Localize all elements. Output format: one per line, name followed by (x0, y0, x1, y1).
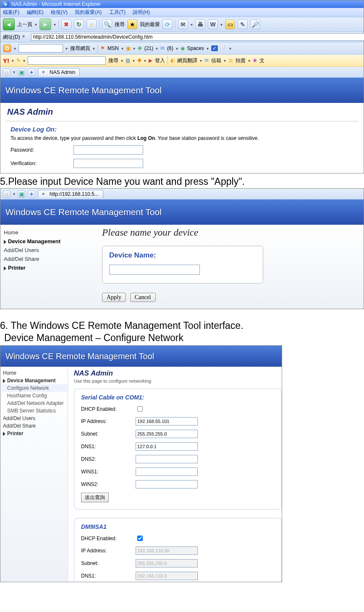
subnet-input[interactable] (136, 430, 198, 438)
ip-input[interactable] (136, 417, 198, 426)
sidebar-item-configure-network[interactable]: Configure Network (1, 384, 68, 392)
translate-label[interactable]: 網頁翻譯 (177, 57, 197, 64)
word-icon[interactable]: W (208, 19, 218, 29)
square-icon[interactable]: ▣ (18, 68, 25, 76)
folder-icon[interactable]: ▭ (225, 19, 235, 29)
pen-dd[interactable]: ▾ (23, 58, 25, 63)
yahoo-search-label[interactable]: 搜尋 (108, 57, 118, 64)
login-icon[interactable]: ▶ (149, 58, 152, 63)
menu-tools[interactable]: 工具(T) (109, 9, 126, 15)
subnet2-input[interactable] (136, 559, 198, 567)
sidebar-item-device-management[interactable]: Device Management (4, 237, 92, 246)
home-icon[interactable]: ⌂ (86, 19, 97, 29)
mailbox-label[interactable]: 信箱 (211, 57, 221, 64)
menu-fav[interactable]: 我的最愛(A) (75, 9, 102, 15)
tab-nas-admin[interactable]: e NAS Admin (38, 68, 80, 76)
rss-icon[interactable]: ▣ (126, 45, 131, 51)
rss-dd[interactable]: ▾ (133, 46, 135, 51)
favorites-icon[interactable]: ★ (127, 19, 137, 29)
add-icon[interactable]: + (28, 190, 35, 198)
c21dd[interactable]: ▾ (156, 46, 158, 51)
sidebar-item-printer[interactable]: Printer (4, 263, 92, 272)
print-icon[interactable]: 🖶 (195, 19, 205, 29)
ys-dd[interactable]: ▾ (121, 58, 123, 63)
wins2-input[interactable] (136, 480, 198, 489)
apply-button[interactable]: Apply (102, 293, 126, 302)
back-label[interactable]: 上一頁 (17, 21, 32, 28)
verification-input[interactable] (73, 159, 143, 168)
sidebar-item-hostname[interactable]: HostName Config (1, 392, 68, 399)
auction-label[interactable]: 拍賣 (236, 57, 246, 64)
history-icon[interactable]: ⟳ (162, 19, 173, 29)
wins1-input[interactable] (136, 468, 198, 476)
search-icon[interactable]: 🔍 (102, 19, 112, 29)
dns1b-input[interactable] (136, 572, 198, 580)
spaces-icon[interactable]: ◉ (181, 45, 185, 51)
count-21[interactable]: (21) (144, 45, 153, 51)
tr-dd[interactable]: ▾ (200, 58, 202, 63)
menu-file[interactable]: 檔案(F) (3, 9, 19, 15)
translate-icon[interactable]: ◐ (170, 58, 175, 63)
favorites-label[interactable]: 我的最愛 (140, 21, 160, 28)
dhcp-checkbox[interactable] (137, 406, 143, 412)
msn-flag-icon[interactable]: ⚑ (100, 45, 105, 51)
tool-icon-1[interactable]: ✎ (238, 19, 248, 29)
yahoo-logo-icon[interactable]: Y! (3, 57, 9, 64)
msn-search-dd-icon[interactable]: ▾ (65, 46, 68, 51)
add-icon[interactable]: + (28, 68, 35, 76)
cancel-button[interactable]: Cancel (130, 293, 156, 302)
sidebar-item-home[interactable]: Home (1, 369, 68, 377)
menu-view[interactable]: 檢視(V) (51, 9, 68, 15)
home-small-icon[interactable]: ⌂ (3, 68, 10, 76)
dns2-input[interactable] (136, 455, 198, 463)
help-dd[interactable]: ▾ (229, 46, 231, 51)
word-dd-icon[interactable]: ▾ (220, 22, 223, 27)
au-dd[interactable]: ▾ (248, 58, 250, 63)
dns1-input[interactable] (136, 442, 198, 451)
dhcp2-checkbox[interactable] (137, 536, 143, 541)
auction-icon[interactable]: ⚖ (228, 58, 233, 63)
sidebar-item-network-adapter[interactable]: Add/Del Network Adapter (1, 399, 68, 407)
forward-icon[interactable]: ► (39, 18, 51, 30)
sidebar-item-share[interactable]: Add/Del Share (4, 255, 92, 263)
device-name-input[interactable] (109, 265, 200, 275)
sidebar-item-device-management[interactable]: Device Management (1, 377, 68, 384)
chinese-label[interactable]: 文 (259, 57, 264, 64)
msn-label[interactable]: MSN (107, 45, 119, 51)
menu-help[interactable]: 說明(H) (133, 9, 150, 15)
msn-butterfly-icon[interactable]: ✿ (3, 44, 11, 53)
msn-search-input[interactable] (18, 44, 63, 53)
c6dd[interactable]: ▾ (176, 46, 178, 51)
back-dd-icon[interactable]: ▾ (35, 22, 37, 27)
spaces-label[interactable]: Spaces (187, 45, 204, 51)
sp-dd[interactable]: ▾ (207, 46, 209, 51)
stop-icon[interactable]: ✖ (61, 19, 71, 29)
address-input[interactable] (31, 33, 364, 41)
hs-dd[interactable]: ▾ (13, 70, 15, 74)
sidebar-item-home[interactable]: Home (4, 228, 92, 237)
search-label[interactable]: 搜尋 (115, 21, 125, 28)
back-icon[interactable]: ◄ (3, 18, 15, 30)
msn-dd-icon[interactable]: ▾ (14, 46, 16, 51)
square-icon[interactable]: ▣ (18, 190, 25, 198)
msn-search-label[interactable]: 搜尋網頁 (70, 45, 90, 52)
count-6[interactable]: (6) (167, 45, 173, 51)
tab-nas[interactable]: e http://192.168.110.5... (38, 190, 103, 198)
sidebar-item-printer[interactable]: Printer (1, 430, 68, 437)
popup-icon[interactable]: ▥ (126, 58, 130, 63)
msn-dd2[interactable]: ▾ (121, 46, 123, 51)
chinese-icon[interactable]: ❀ (253, 58, 257, 63)
sidebar-item-users[interactable]: Add/Del Users (1, 415, 68, 422)
mb-dd[interactable]: ▾ (224, 58, 226, 63)
help-icon[interactable]: ❔ (220, 45, 227, 51)
yahoo-search-input[interactable] (28, 56, 106, 65)
mailbox-icon[interactable]: ✉ (204, 58, 209, 63)
hs2-dd[interactable]: ▾ (13, 192, 15, 196)
shield-icon[interactable]: ✓ (211, 45, 218, 51)
mail-icon[interactable]: ✉ (178, 19, 188, 29)
mail-dd-icon[interactable]: ▾ (191, 22, 193, 27)
clover-icon[interactable]: ✤ (138, 45, 142, 51)
sidebar-item-users[interactable]: Add/Del Users (4, 246, 92, 255)
sidebar-item-smb-stats[interactable]: SMB Server Statistics (1, 407, 68, 415)
mail2-icon[interactable]: ✉ (160, 45, 165, 51)
